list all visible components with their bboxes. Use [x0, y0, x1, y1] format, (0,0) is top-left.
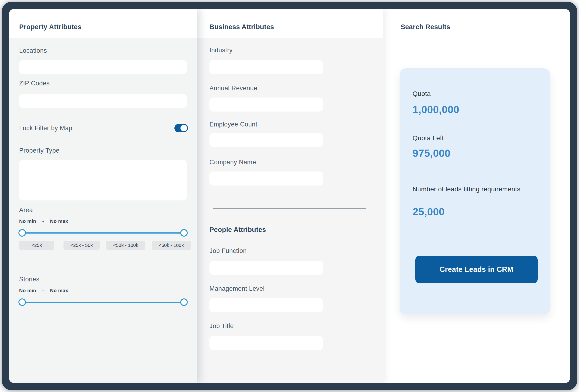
job-title-input[interactable]	[210, 336, 323, 350]
zip-codes-input[interactable]	[19, 94, 187, 108]
property-type-input[interactable]	[19, 160, 187, 200]
locations-label: Locations	[19, 47, 197, 54]
property-type-label: Property Type	[19, 147, 197, 154]
area-preset-chips: <25k <25k - 50k <50k - 100k <50k - 100k	[19, 241, 197, 250]
zip-codes-label: ZIP Codes	[19, 79, 197, 87]
area-slider-track[interactable]	[22, 232, 184, 234]
quota-value: 1,000,000	[413, 103, 541, 116]
area-chip-25k-50k[interactable]: <25k - 50k	[64, 241, 100, 250]
area-chip-under-25k[interactable]: <25k	[19, 241, 54, 250]
stories-slider-min-handle[interactable]	[18, 298, 26, 306]
area-chip-50k-100k-2[interactable]: <50k - 100k	[152, 241, 191, 250]
area-range-dash: -	[42, 218, 44, 224]
property-attributes-panel: Property Attributes Locations ZIP Codes …	[9, 9, 197, 383]
search-results-body: Quota 1,000,000 Quota Left 975,000 Numbe…	[383, 38, 570, 383]
stories-no-max-label: No max	[50, 288, 68, 293]
business-attributes-header: Business Attributes	[197, 9, 383, 38]
area-chip-50k-100k[interactable]: <50k - 100k	[106, 241, 145, 250]
property-attributes-body: Locations ZIP Codes Lock Filter by Map P…	[9, 38, 197, 383]
stories-minmax-row: No min - No max	[19, 288, 197, 293]
industry-input[interactable]	[210, 60, 323, 74]
lock-filter-toggle[interactable]	[174, 124, 188, 132]
annual-revenue-input[interactable]	[210, 98, 323, 112]
stories-range-dash: -	[42, 288, 44, 293]
stories-label: Stories	[19, 275, 197, 283]
management-level-input[interactable]	[210, 298, 323, 312]
create-leads-button[interactable]: Create Leads in CRM	[415, 256, 538, 283]
annual-revenue-label: Annual Revenue	[210, 84, 383, 92]
management-level-label: Management Level	[210, 285, 383, 292]
employee-count-input[interactable]	[210, 133, 323, 147]
quota-left-value: 975,000	[413, 147, 541, 160]
screenshot-root: Property Attributes Locations ZIP Codes …	[0, 0, 579, 392]
app-window-frame: Property Attributes Locations ZIP Codes …	[2, 2, 577, 390]
lock-filter-row: Lock Filter by Map	[19, 123, 188, 133]
job-title-label: Job Title	[210, 322, 383, 330]
business-attributes-panel: Business Attributes Industry Annual Reve…	[197, 9, 383, 383]
property-attributes-title: Property Attributes	[19, 23, 197, 31]
company-name-label: Company Name	[210, 158, 383, 166]
area-slider-min-handle[interactable]	[18, 229, 26, 237]
search-results-panel: Search Results Quota 1,000,000 Quota Lef…	[383, 9, 570, 383]
search-results-title: Search Results	[401, 23, 570, 31]
quota-left-label: Quota Left	[413, 134, 541, 142]
lock-filter-label: Lock Filter by Map	[19, 124, 72, 132]
job-function-label: Job Function	[210, 247, 383, 255]
area-label: Area	[19, 206, 197, 214]
area-slider-max-handle[interactable]	[180, 229, 188, 237]
search-results-card: Quota 1,000,000 Quota Left 975,000 Numbe…	[400, 68, 550, 314]
industry-label: Industry	[210, 46, 383, 54]
stories-slider-track[interactable]	[22, 302, 184, 303]
leads-fitting-value: 25,000	[413, 205, 541, 218]
section-divider	[213, 208, 366, 209]
search-results-header: Search Results	[383, 9, 570, 38]
employee-count-label: Employee Count	[210, 121, 383, 128]
area-minmax-row: No min - No max	[19, 218, 197, 224]
leads-fitting-label: Number of leads fitting requirements	[413, 185, 541, 193]
area-no-min-label: No min	[19, 218, 36, 224]
area-no-max-label: No max	[50, 218, 68, 224]
area-range-slider[interactable]	[19, 229, 187, 237]
people-attributes-title: People Attributes	[210, 225, 383, 234]
stories-range-slider[interactable]	[19, 298, 187, 306]
stories-no-min-label: No min	[19, 288, 36, 293]
toggle-knob-icon	[180, 125, 187, 131]
stories-slider-max-handle[interactable]	[180, 298, 188, 306]
job-function-input[interactable]	[210, 261, 323, 275]
company-name-input[interactable]	[210, 172, 323, 186]
business-attributes-title: Business Attributes	[210, 23, 383, 31]
app-content: Property Attributes Locations ZIP Codes …	[9, 9, 570, 383]
locations-input[interactable]	[19, 60, 187, 74]
property-attributes-header: Property Attributes	[9, 9, 197, 38]
business-attributes-body: Industry Annual Revenue Employee Count C…	[197, 38, 383, 383]
quota-label: Quota	[413, 90, 541, 98]
